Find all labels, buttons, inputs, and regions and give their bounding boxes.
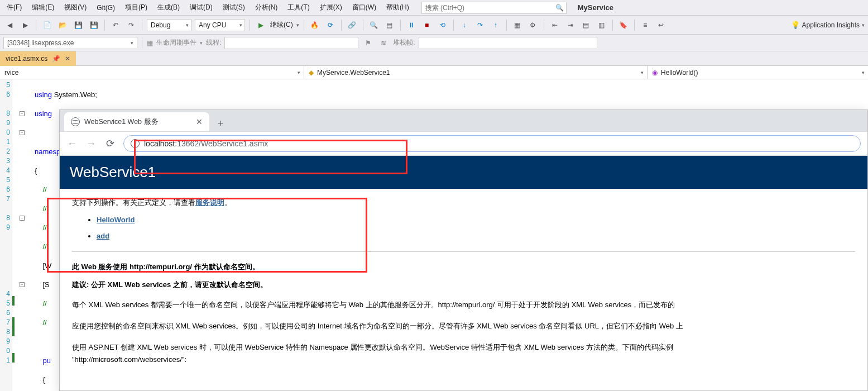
site-info-icon[interactable]: i	[131, 139, 140, 148]
restart-icon[interactable]: ⟲	[437, 19, 449, 31]
vs-search-box[interactable]: 🔍	[421, 2, 567, 14]
vs-search-input[interactable]	[422, 4, 554, 12]
browser-tab-strip: WebService1 Web 服务 ✕ +	[60, 110, 867, 131]
browser-tab[interactable]: WebService1 Web 服务 ✕	[64, 112, 209, 131]
flag-icon[interactable]: ⚑	[362, 37, 374, 49]
new-item-icon[interactable]: 📄	[41, 19, 53, 31]
refresh-icon[interactable]: ⟳	[324, 19, 337, 31]
vs-toolbar: ◀ ▶ 📄 📂 💾 💾 ↶ ↷ Debug Any CPU ▶ 继续(C) ▾ …	[0, 16, 868, 35]
config-combo[interactable]: Debug	[147, 19, 191, 31]
method-label: HelloWorld()	[661, 69, 698, 77]
new-tab-button[interactable]: +	[213, 116, 228, 131]
pause-icon[interactable]: ⏸	[405, 19, 418, 31]
save-all-icon[interactable]: 💾	[88, 19, 100, 31]
ws-para1: 每个 XML Web services 都需要一个唯一的命名空间，以便客户端应用…	[72, 299, 855, 311]
play-icon[interactable]: ▶	[255, 19, 267, 31]
service-description-link[interactable]: 服务说明	[195, 198, 224, 207]
menu-window[interactable]: 窗口(W)	[348, 1, 381, 15]
method-combo[interactable]: ◉ HelloWorld()	[648, 66, 868, 79]
save-icon[interactable]: 💾	[72, 19, 84, 31]
menu-tools[interactable]: 工具(T)	[283, 1, 314, 15]
app-insights-button[interactable]: 💡 Application Insights ▾	[791, 21, 865, 29]
search-icon[interactable]: 🔍	[554, 4, 566, 12]
back-icon[interactable]: ◀	[3, 19, 16, 31]
browser-reload-icon[interactable]: ⟳	[104, 137, 116, 150]
ws-header: WebService1	[60, 156, 867, 189]
comment-out-icon[interactable]: ▤	[580, 19, 592, 31]
tab-close-icon[interactable]: ✕	[196, 117, 203, 126]
address-bar[interactable]: i localhost:13662/WebService1.asmx	[123, 135, 861, 152]
change-indicator	[12, 79, 16, 391]
hot-reload-icon[interactable]: 🔥	[309, 19, 321, 31]
solution-name: MyService	[578, 3, 613, 12]
forward-icon[interactable]: ▶	[19, 19, 31, 31]
thread-combo[interactable]	[224, 37, 358, 49]
globe-icon	[71, 117, 80, 126]
document-tab[interactable]: vice1.asmx.cs 📌 ✕	[0, 51, 76, 66]
menu-edit[interactable]: 编辑(E)	[27, 1, 59, 15]
menu-git[interactable]: Git(G)	[92, 2, 119, 14]
threads-icon[interactable]: ≋	[377, 37, 390, 49]
menu-analyze[interactable]: 分析(N)	[251, 1, 282, 15]
menu-debug[interactable]: 调试(D)	[185, 1, 217, 15]
pin-icon[interactable]: 📌	[52, 55, 60, 63]
indent-more-icon[interactable]: ⇥	[564, 19, 577, 31]
document-tabs: vice1.asmx.cs 📌 ✕	[0, 51, 868, 66]
platform-combo[interactable]: Any CPU	[195, 19, 245, 31]
stackframe-combo[interactable]	[419, 37, 597, 49]
db-icon[interactable]: ▦	[511, 19, 524, 31]
step-out-icon[interactable]: ↑	[490, 19, 502, 31]
ws-warn1: 此 Web 服务使用 http://tempuri.org/ 作为默认命名空间。	[72, 262, 855, 272]
list-item: HelloWorld	[97, 216, 855, 224]
tool-icon[interactable]: ⚙	[527, 19, 539, 31]
indent-less-icon[interactable]: ⇤	[549, 19, 561, 31]
uncomment-icon[interactable]: ▥	[596, 19, 608, 31]
step-into-icon[interactable]: ↓	[458, 19, 471, 31]
open-icon[interactable]: 📂	[56, 19, 69, 31]
menu-view[interactable]: 视图(V)	[60, 1, 91, 15]
menu-project[interactable]: 项目(P)	[121, 1, 152, 15]
browser-window: WebService1 Web 服务 ✕ + ← → ⟳ i localhost…	[59, 109, 868, 391]
op-helloworld-link[interactable]: HelloWorld	[97, 216, 135, 224]
list-item: add	[97, 232, 855, 240]
browser-link-icon[interactable]: 🔗	[346, 19, 358, 31]
url-text: localhost:13662/WebService1.asmx	[144, 139, 268, 148]
lifecycle-label: 生命周期事件	[156, 38, 196, 47]
ws-body: 支持下列操作。有关正式定义，请查看服务说明。 HelloWorld add 此 …	[60, 189, 867, 384]
vs-menu-bar: 件(F) 编辑(E) 视图(V) Git(G) 项目(P) 生成(B) 调试(D…	[0, 0, 868, 16]
line-number-gutter: 56 8901234567 89 45678901	[0, 79, 12, 391]
comment-icon[interactable]: ▤	[383, 19, 396, 31]
process-combo[interactable]: [30348] iisexpress.exe ▾	[3, 37, 137, 49]
format-icon[interactable]: ≡	[639, 19, 651, 31]
browser-forward-icon[interactable]: →	[85, 138, 97, 150]
namespace-combo[interactable]: rvice	[0, 66, 304, 79]
browser-toolbar: ← → ⟳ i localhost:13662/WebService1.asmx	[60, 131, 867, 156]
menu-extensions[interactable]: 扩展(X)	[315, 1, 347, 15]
step-over-icon[interactable]: ↷	[474, 19, 486, 31]
outline-gutter[interactable]: − − − −	[16, 79, 28, 391]
browser-back-icon[interactable]: ←	[66, 138, 78, 150]
menu-test[interactable]: 测试(S)	[218, 1, 250, 15]
bulb-icon: 💡	[791, 21, 800, 29]
namespace-label: rvice	[4, 69, 18, 77]
menu-build[interactable]: 生成(B)	[153, 1, 184, 15]
redo-icon[interactable]: ↷	[125, 19, 137, 31]
debug-toolbar: [30348] iisexpress.exe ▾ ▦ 生命周期事件 ▾ 线程: …	[0, 35, 868, 51]
find-icon[interactable]: 🔍	[368, 19, 380, 31]
class-label: MyService.WebService1	[317, 69, 390, 77]
class-combo[interactable]: ◆ MyService.WebService1	[304, 66, 648, 79]
close-icon[interactable]: ✕	[65, 55, 70, 63]
tab-filename: vice1.asmx.cs	[6, 55, 47, 63]
operations-list: HelloWorld add	[72, 216, 855, 240]
ws-title: WebService1	[70, 164, 857, 181]
menu-file[interactable]: 件(F)	[2, 1, 26, 15]
op-add-link[interactable]: add	[97, 232, 109, 240]
wrap-icon[interactable]: ↩	[655, 19, 667, 31]
divider	[72, 251, 855, 252]
undo-icon[interactable]: ↶	[109, 19, 122, 31]
method-icon: ◉	[652, 69, 658, 77]
bookmark-icon[interactable]: 🔖	[617, 19, 630, 31]
stop-icon[interactable]: ■	[421, 19, 433, 31]
continue-button[interactable]: 继续(C)	[270, 20, 293, 30]
menu-help[interactable]: 帮助(H)	[382, 1, 414, 15]
